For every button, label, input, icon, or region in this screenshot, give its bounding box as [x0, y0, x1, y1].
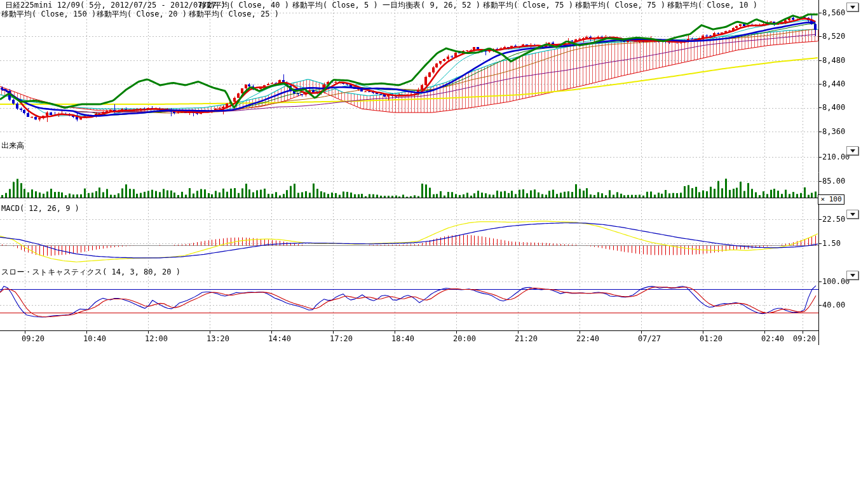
- volume-section-label: 出来高: [1, 142, 24, 150]
- price-axis-label: 8,480: [822, 57, 845, 64]
- indicator-legend-item: 移動平均( Close, 75 ): [575, 1, 665, 10]
- chevron-down-icon: [850, 6, 855, 9]
- chart-application-window: 日経225mini 12/09( 5分, 2012/07/25 - 2012/0…: [0, 0, 868, 488]
- price-axis-label: 8,520: [822, 32, 845, 40]
- time-axis-label: 13:20: [207, 335, 229, 342]
- panel-dropdown-button[interactable]: [846, 210, 858, 219]
- time-axis-label: 01:20: [700, 335, 722, 342]
- price-axis-label: 1.50: [822, 240, 841, 247]
- price-axis-label: 40.00: [822, 301, 845, 309]
- price-axis-label: 8,440: [822, 80, 845, 88]
- time-axis-label: 02:40: [761, 335, 784, 342]
- time-axis-label: 22:40: [576, 335, 599, 342]
- price-axis-label: 100.00: [822, 278, 850, 285]
- indicator-legend-item: 日経225mini 12/09( 5分, 2012/07/25 - 2012/0…: [5, 1, 226, 10]
- price-axis-label: 8,400: [822, 104, 845, 111]
- chevron-down-icon: [850, 149, 855, 152]
- time-axis-label: 12:00: [145, 335, 168, 342]
- time-axis-label: 09:20: [793, 335, 816, 342]
- panel-dropdown-button[interactable]: [846, 3, 858, 11]
- time-axis-label: 21:20: [515, 335, 538, 342]
- price-axis-label: 8,360: [822, 128, 845, 135]
- macd-section-label: MACD( 12, 26, 9 ): [1, 205, 79, 213]
- panel-dropdown-button[interactable]: [846, 146, 858, 155]
- time-axis-label: 20:00: [453, 335, 476, 342]
- indicator-legend-item: 移動平均( Close, 40 ): [199, 1, 289, 10]
- time-axis-label: 18:40: [391, 335, 414, 342]
- time-axis-label: 14:40: [268, 335, 291, 342]
- time-axis-label: 10:40: [83, 335, 106, 342]
- time-axis-label: 09:20: [22, 335, 44, 342]
- price-axis-label: 8,560: [822, 9, 845, 17]
- price-axis-label: 85.00: [822, 177, 845, 185]
- indicator-legend-item: 一目均衡表( 9, 26, 52 ): [383, 1, 480, 10]
- indicator-legend-item: 移動平均( Close, 75 ): [483, 1, 573, 10]
- panel-dropdown-button[interactable]: [846, 271, 858, 280]
- indicator-legend-item: 移動平均( Close, 10 ): [667, 1, 757, 10]
- chevron-down-icon: [850, 274, 855, 277]
- indicator-legend-item: 移動平均( Close, 150 ): [1, 10, 96, 18]
- price-axis-label: 22.50: [822, 215, 845, 223]
- time-axis-label: 07/27: [638, 335, 661, 342]
- price-axis-label: 210.00: [822, 153, 850, 161]
- time-axis-label: 17:20: [330, 335, 353, 342]
- stoch-section-label: スロー・ストキャスティクス( 14, 3, 80, 20 ): [1, 268, 180, 276]
- chevron-down-icon: [850, 213, 855, 216]
- indicator-legend-item: 移動平均( Close, 20 ): [97, 10, 187, 18]
- indicator-legend-item: 移動平均( Close, 5 ): [292, 1, 378, 10]
- indicator-legend-item: 移動平均( Close, 25 ): [189, 10, 279, 18]
- chart-canvas: [0, 0, 868, 356]
- volume-multiplier-badge: × 100: [818, 194, 844, 205]
